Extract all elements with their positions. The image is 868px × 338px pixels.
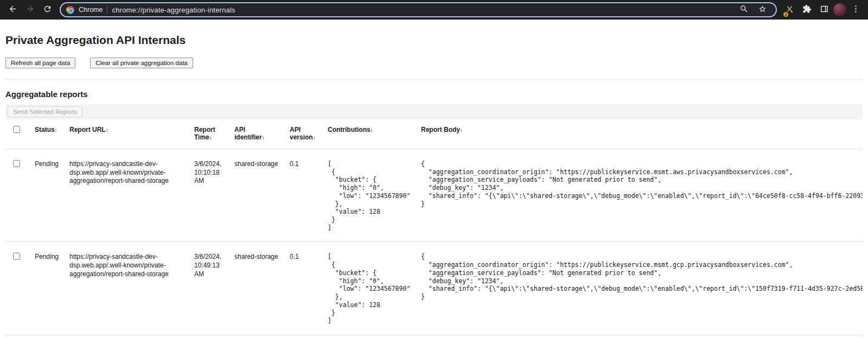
report-body-json: { "aggregation_coordinator_origin": "htt… (421, 253, 858, 301)
forward-button[interactable] (22, 2, 38, 18)
sort-icon: ↕ (371, 127, 373, 133)
contributions-json: [ { "bucket": { "high": "0", "low": "123… (328, 160, 414, 232)
search-tabs-button[interactable] (736, 2, 752, 18)
forward-icon (25, 4, 35, 15)
report-url-cell: https://privacy-sandcastle-dev-dsp.web.a… (67, 149, 192, 242)
header-report-url[interactable]: Report URL↕ (67, 119, 192, 149)
report-url-cell: https://privacy-sandcastle-dev-dsp.web.a… (67, 242, 192, 335)
profile-avatar[interactable] (833, 3, 846, 16)
page-title: Private Aggregation API Internals (5, 34, 863, 47)
kebab-menu-icon (851, 4, 860, 15)
header-api-version[interactable]: API version↕ (288, 119, 326, 149)
browser-toolbar: Chrome chrome://private-aggregation-inte… (0, 0, 868, 20)
sort-icon: ↕ (106, 127, 108, 133)
extensions-menu-button[interactable] (799, 2, 815, 18)
header-api-identifier[interactable]: API identifier↕ (232, 119, 288, 149)
sort-icon: ↕ (460, 127, 463, 133)
row-checkbox[interactable] (13, 253, 20, 260)
divider (5, 79, 863, 80)
aggregatable-reports-table: Status↕ Report URL↕ Report Time↕ API ide… (5, 119, 863, 335)
refresh-all-data-button[interactable]: Refresh all page data (5, 58, 75, 68)
extension-badge: 1 (782, 11, 789, 18)
address-bar[interactable]: Chrome chrome://private-aggregation-inte… (60, 2, 777, 17)
header-report-time[interactable]: Report Time↕ (192, 119, 232, 149)
site-chip-label: Chrome (79, 6, 103, 14)
browser-menu-button[interactable] (847, 2, 864, 18)
report-body-cell: { "aggregation_coordinator_origin": "htt… (419, 242, 863, 335)
api-version-cell: 0.1 (288, 242, 326, 335)
header-contributions[interactable]: Contributions↕ (326, 119, 419, 149)
side-panel-icon (820, 4, 829, 15)
row-checkbox[interactable] (13, 160, 20, 167)
sort-icon: ↕ (55, 127, 58, 133)
sort-icon: ↕ (262, 135, 265, 141)
sort-icon: ↕ (209, 135, 212, 141)
table-header-row: Status↕ Report URL↕ Report Time↕ API ide… (5, 119, 863, 149)
clear-all-data-button[interactable]: Clear all private aggregation data (90, 58, 193, 68)
top-actions: Refresh all page data Clear all private … (5, 58, 863, 68)
bookmark-button[interactable] (754, 2, 770, 18)
star-icon (758, 4, 767, 15)
reports-table-toolbar: Send Selected Reports (5, 104, 863, 119)
api-identifier-cell: shared-storage (232, 242, 288, 335)
status-cell: Pending (33, 242, 67, 335)
api-identifier-cell: shared-storage (232, 149, 288, 242)
back-icon (8, 4, 17, 15)
sort-icon: ↕ (313, 135, 316, 141)
chip-divider (107, 6, 107, 14)
report-body-json: { "aggregation_coordinator_origin": "htt… (421, 160, 858, 208)
table-row: Pending https://privacy-sandcastle-dev-d… (5, 149, 863, 242)
status-cell: Pending (33, 149, 67, 242)
report-time-cell: 3/6/2024, 10:49:13 AM (192, 242, 232, 335)
refresh-button[interactable] (39, 2, 55, 18)
refresh-icon (43, 4, 52, 15)
url-text: chrome://private-aggregation-internals (112, 6, 731, 14)
report-time-cell: 3/6/2024, 10:10:18 AM (192, 149, 232, 242)
contributions-json: [ { "bucket": { "high": "0", "low": "123… (328, 253, 414, 324)
contributions-cell: [ { "bucket": { "high": "0", "low": "123… (326, 149, 419, 242)
extension-action-button[interactable]: 1 (781, 2, 797, 18)
send-selected-reports-button[interactable]: Send Selected Reports (8, 106, 82, 117)
select-all-checkbox[interactable] (13, 126, 20, 133)
puzzle-icon (802, 4, 812, 15)
report-body-cell: { "aggregation_coordinator_origin": "htt… (419, 149, 863, 242)
back-button[interactable] (4, 2, 21, 18)
api-version-cell: 0.1 (288, 149, 326, 242)
internals-page: Private Aggregation API Internals Refres… (0, 34, 868, 335)
header-report-body[interactable]: Report Body↕ (419, 119, 863, 149)
chrome-logo-icon (66, 6, 74, 14)
header-status[interactable]: Status↕ (33, 119, 67, 149)
side-panel-button[interactable] (816, 2, 832, 18)
section-title: Aggregatable reports (5, 90, 863, 99)
search-icon (739, 4, 749, 15)
table-row: Pending https://privacy-sandcastle-dev-d… (5, 242, 863, 335)
contributions-cell: [ { "bucket": { "high": "0", "low": "123… (326, 242, 419, 335)
